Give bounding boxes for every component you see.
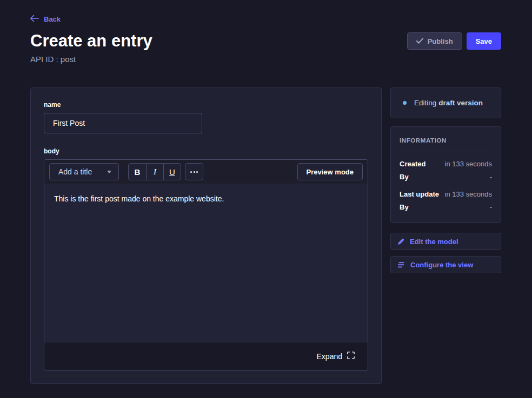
title-row: Create an entry Publish Save: [30, 31, 501, 51]
italic-button[interactable]: I: [146, 164, 163, 180]
edit-model-button[interactable]: Edit the model: [390, 233, 501, 250]
create-entry-page: Back Create an entry Publish Save API ID…: [0, 0, 532, 384]
ellipsis-icon: [190, 171, 192, 173]
expand-button[interactable]: Expand: [317, 352, 355, 361]
underline-button[interactable]: U: [163, 164, 181, 180]
arrow-left-icon: [30, 15, 39, 24]
info-row-created: Created in 133 seconds: [400, 158, 492, 171]
expand-label: Expand: [317, 352, 342, 361]
editor-toolbar: Add a title B I U: [44, 160, 368, 184]
header-actions: Publish Save: [407, 32, 501, 50]
expand-corners-icon: [347, 352, 355, 361]
info-row-updated-by: By -: [400, 201, 492, 214]
back-label: Back: [44, 15, 61, 23]
information-title: INFORMATION: [400, 137, 492, 144]
preview-mode-button[interactable]: Preview mode: [297, 163, 363, 180]
info-row-last-update: Last update in 133 seconds: [400, 188, 492, 201]
editor-content[interactable]: This is the first post made on the examp…: [44, 184, 368, 342]
body-field-label: body: [44, 147, 368, 155]
sidebar: Editingdraft version INFORMATION Created…: [390, 87, 501, 279]
title-style-value: Add a title: [58, 167, 92, 176]
info-row-created-by: By -: [400, 171, 492, 184]
publish-button[interactable]: Publish: [407, 32, 462, 50]
configure-view-button[interactable]: Configure the view: [390, 256, 501, 273]
save-label: Save: [476, 37, 492, 45]
name-field-label: name: [44, 101, 368, 109]
body-field: body Add a title B I U: [44, 147, 368, 370]
save-button[interactable]: Save: [467, 32, 501, 50]
publish-label: Publish: [428, 37, 453, 45]
api-id-subtitle: API ID : post: [30, 55, 501, 64]
format-button-group: B I U: [128, 163, 181, 180]
name-input[interactable]: [44, 113, 202, 133]
check-icon: [416, 37, 423, 45]
rich-text-editor: Add a title B I U: [44, 159, 368, 370]
editor-footer: Expand: [44, 342, 368, 370]
draft-status-text: Editingdraft version: [414, 99, 483, 107]
entry-form-card: name body Add a title B I U: [30, 87, 382, 384]
layout-lines-icon: [397, 261, 405, 268]
title-style-select[interactable]: Add a title: [49, 163, 119, 180]
content-area: name body Add a title B I U: [30, 87, 501, 384]
draft-status-box: Editingdraft version: [390, 87, 501, 118]
edit-model-label: Edit the model: [410, 238, 458, 246]
chevron-down-icon: [107, 171, 111, 173]
name-field: name: [44, 101, 368, 133]
more-options-button[interactable]: [185, 163, 203, 180]
configure-view-label: Configure the view: [410, 261, 473, 269]
bold-button[interactable]: B: [129, 164, 146, 180]
back-link[interactable]: Back: [30, 15, 61, 24]
page-title: Create an entry: [30, 31, 152, 51]
draft-dot-icon: [403, 101, 407, 105]
information-panel: INFORMATION Created in 133 seconds By - …: [390, 126, 501, 223]
divider: [400, 151, 492, 151]
editor-text: This is the first post made on the examp…: [54, 194, 224, 203]
pencil-icon: [397, 238, 404, 245]
